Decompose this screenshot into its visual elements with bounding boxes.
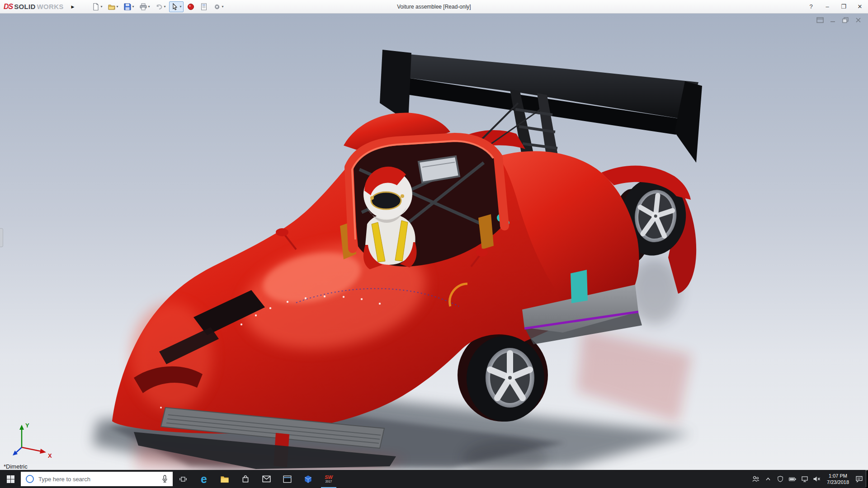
clock-date: 7/23/2018	[827, 479, 849, 485]
battery-icon[interactable]	[786, 470, 798, 488]
document-title: Voiture assemblee [Read-only]	[253, 4, 615, 10]
document-window-menu-button[interactable]	[816, 16, 825, 23]
rebuild-icon	[187, 3, 195, 11]
mail-icon	[262, 475, 271, 483]
windows-taskbar: Type here to search e	[0, 470, 868, 488]
options-button[interactable]: ▾	[211, 1, 226, 12]
taskbar-search[interactable]: Type here to search	[21, 472, 173, 486]
document-minimize-button[interactable]	[828, 16, 837, 23]
network-icon[interactable]	[798, 470, 811, 488]
dropdown-caret-icon[interactable]: ▾	[101, 5, 103, 9]
cad-viewer-cube-icon	[304, 475, 312, 483]
task-view-icon	[179, 475, 187, 483]
x-axis-label: X	[48, 452, 52, 459]
dropdown-caret-icon[interactable]: ▾	[222, 5, 224, 9]
help-button[interactable]: ?	[803, 0, 819, 13]
graphics-area[interactable]: Y X *Dimetric	[0, 14, 868, 470]
people-icon[interactable]	[750, 470, 762, 488]
task-view-button[interactable]	[173, 470, 193, 488]
dassault-logo-icon: DS	[4, 3, 13, 11]
dropdown-caret-icon[interactable]: ▾	[180, 5, 182, 9]
document-window-controls	[816, 16, 863, 23]
microphone-icon[interactable]	[161, 475, 168, 483]
file-explorer-icon	[220, 475, 230, 483]
window-controls: ? – ❐ ✕	[803, 0, 868, 13]
y-axis-arrow	[19, 425, 24, 430]
store-bag-icon	[241, 475, 250, 483]
quick-access-toolbar: ▾ ▾ ▾ ▾ ▾ ▾	[90, 1, 226, 12]
save-icon	[123, 3, 132, 11]
print-button[interactable]: ▾	[137, 1, 152, 12]
dropdown-caret-icon[interactable]: ▾	[164, 5, 166, 9]
save-button[interactable]: ▾	[122, 1, 136, 12]
undo-button[interactable]: ▾	[153, 1, 168, 12]
taskbar-app-store[interactable]	[235, 470, 256, 488]
solidworks-window: DS SOLIDWORKS ▶ ▾ ▾ ▾ ▾ ▾	[0, 0, 868, 488]
document-restore-button[interactable]	[841, 16, 850, 23]
front-wheel[interactable]	[467, 336, 544, 422]
action-center-icon[interactable]	[853, 470, 865, 488]
windows-logo-icon	[7, 475, 14, 483]
dropdown-caret-icon[interactable]: ▾	[148, 5, 150, 9]
model-view-race-car[interactable]	[0, 14, 868, 470]
system-tray: 1:07 PM 7/23/2018	[750, 470, 868, 488]
show-desktop-button[interactable]	[865, 470, 868, 488]
orientation-triad: Y X	[6, 419, 56, 460]
new-document-icon	[92, 3, 100, 11]
new-document-button[interactable]: ▾	[90, 1, 104, 12]
dropdown-caret-icon[interactable]: ▾	[132, 5, 134, 9]
solidworks-2017-icon: SW 2017	[325, 475, 333, 483]
file-properties-button[interactable]	[198, 1, 210, 12]
select-cursor-icon	[171, 3, 179, 11]
x-axis-arrow	[40, 449, 46, 454]
maximize-window-button[interactable]: ❐	[835, 0, 852, 13]
console-window-icon	[283, 475, 292, 483]
rebuild-button[interactable]	[185, 1, 197, 12]
cortana-icon	[25, 474, 34, 483]
brand-name-works: WORKS	[37, 3, 64, 10]
open-button[interactable]: ▾	[106, 1, 120, 12]
file-properties-icon	[200, 3, 208, 11]
search-placeholder: Type here to search	[38, 476, 157, 483]
solidworks-brand: DS SOLIDWORKS ▶	[0, 3, 78, 11]
menu-flyout-arrow[interactable]: ▶	[70, 4, 76, 10]
select-button[interactable]: ▾	[169, 1, 184, 12]
titlebar: DS SOLIDWORKS ▶ ▾ ▾ ▾ ▾ ▾	[0, 0, 868, 14]
taskbar-clock[interactable]: 1:07 PM 7/23/2018	[823, 473, 853, 485]
volume-muted-icon[interactable]	[811, 470, 823, 488]
options-gear-icon	[213, 3, 221, 11]
taskbar-app-edge[interactable]: e	[193, 470, 214, 488]
taskbar-app-solidworks[interactable]: SW 2017	[318, 470, 339, 488]
taskbar-app-mail[interactable]	[256, 470, 277, 488]
taskbar-app-console[interactable]	[277, 470, 297, 488]
side-window-teal	[571, 270, 588, 303]
start-button[interactable]	[0, 470, 21, 488]
taskbar-app-file-explorer[interactable]	[214, 470, 235, 488]
taskbar-app-cad-viewer[interactable]	[297, 470, 318, 488]
print-icon	[139, 3, 147, 11]
open-folder-icon	[108, 3, 116, 11]
y-axis-label: Y	[25, 422, 29, 429]
view-orientation-label: *Dimetric	[4, 463, 28, 470]
hidden-icons-chevron[interactable]	[762, 470, 774, 488]
close-window-button[interactable]: ✕	[852, 0, 868, 13]
edge-icon: e	[201, 474, 207, 485]
minimize-window-button[interactable]: –	[819, 0, 835, 13]
brand-name-solid: SOLID	[14, 3, 35, 10]
undo-icon	[155, 3, 163, 11]
dropdown-caret-icon[interactable]: ▾	[117, 5, 118, 9]
clock-time: 1:07 PM	[827, 473, 849, 479]
defender-shield-icon[interactable]	[774, 470, 786, 488]
document-close-button[interactable]	[854, 16, 863, 23]
feature-tree-collapsed-handle[interactable]	[0, 228, 3, 247]
